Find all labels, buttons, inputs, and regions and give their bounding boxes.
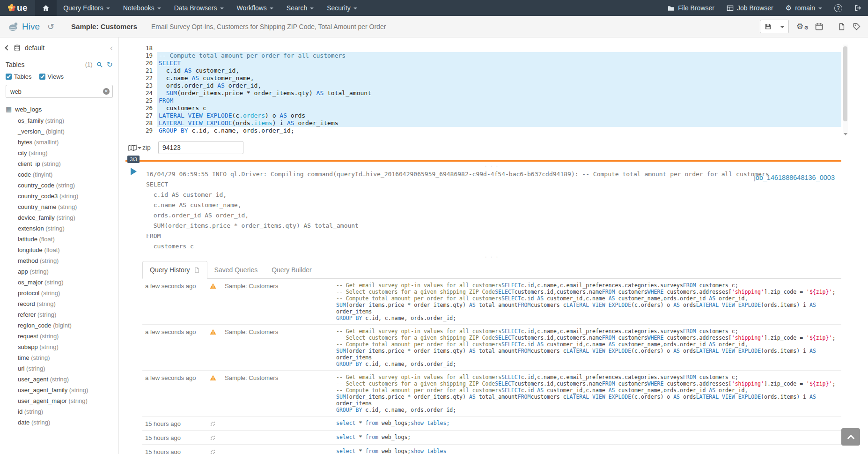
save-button[interactable] xyxy=(760,20,776,33)
column-item-client_ip[interactable]: client_ip (string) xyxy=(6,158,113,169)
log-line: c.id AS customer_id, xyxy=(142,190,841,200)
history-row[interactable]: a few seconds agoSample: Customers-- Get… xyxy=(142,279,841,325)
filter-tables-checkbox[interactable]: Tables xyxy=(6,73,32,80)
job-link[interactable]: job_1461888648136_0003 xyxy=(754,174,835,181)
execute-button[interactable] xyxy=(131,168,137,175)
column-item-user_agent[interactable]: user_agent (string) xyxy=(6,374,113,385)
logout-button[interactable] xyxy=(848,0,868,16)
history-row[interactable]: a few seconds agoSample: Customers-- Get… xyxy=(142,371,841,417)
scroll-to-top-button[interactable] xyxy=(841,428,860,446)
clear-search-icon[interactable]: ✕ xyxy=(103,88,110,95)
editor-line-20[interactable]: 20SELECT xyxy=(142,60,841,67)
home-button[interactable] xyxy=(35,0,57,16)
table-item[interactable]: ▦ web_logs xyxy=(6,105,113,113)
search-toggle-button[interactable] xyxy=(96,61,103,68)
hue-logo[interactable]: ue xyxy=(7,3,28,13)
menu-workflows[interactable]: Workflows xyxy=(230,0,280,16)
history-row[interactable]: 15 hours agoselect * from web_logs;show … xyxy=(142,445,841,454)
tab-query-builder[interactable]: Query Builder xyxy=(265,261,319,278)
column-item-request[interactable]: request (string) xyxy=(6,331,113,342)
job-browser-button[interactable]: Job Browser xyxy=(721,0,780,16)
editor-line-22[interactable]: 22 c.name AS customer_name, xyxy=(142,74,841,82)
topnav-menus: Query EditorsNotebooksData BrowsersWorkf… xyxy=(57,0,364,16)
column-item-bytes[interactable]: bytes (smallint) xyxy=(6,137,113,148)
tags-button[interactable] xyxy=(853,23,861,30)
history-row[interactable]: a few seconds agoSample: Customers-- Get… xyxy=(142,325,841,371)
code-editor[interactable]: 1819-- Compute total amount per order fo… xyxy=(142,45,841,134)
column-item-longitude[interactable]: longitude (float) xyxy=(6,245,113,255)
variable-zip-input[interactable] xyxy=(158,141,243,154)
column-item-code[interactable]: code (tinyint) xyxy=(6,169,113,180)
resize-handle-top[interactable] xyxy=(142,163,841,168)
schedule-button[interactable] xyxy=(815,22,823,30)
column-item-referer[interactable]: referer (string) xyxy=(6,309,113,320)
scroll-down-icon[interactable] xyxy=(844,133,847,135)
column-item-subapp[interactable]: subapp (string) xyxy=(6,342,113,352)
column-name: country_code3 xyxy=(18,193,58,200)
menu-notebooks[interactable]: Notebooks xyxy=(117,0,168,16)
editor-line-23[interactable]: 23 ords.order_id AS order_id, xyxy=(142,82,841,89)
column-item-method[interactable]: method (string) xyxy=(6,255,113,266)
file-browser-button[interactable]: File Browser xyxy=(662,0,721,16)
editor-line-26[interactable]: 26 customers c xyxy=(142,104,841,112)
editor-scrollbar[interactable] xyxy=(843,45,848,134)
tab-query-history[interactable]: Query History xyxy=(142,261,207,279)
tables-checkbox-input[interactable] xyxy=(6,74,12,80)
editor-line-28[interactable]: 28LATERAL VIEW EXPLODE(ords.items) i AS … xyxy=(142,119,841,127)
user-menu[interactable]: ⚙︎ romain xyxy=(780,0,828,16)
column-item-url[interactable]: url (string) xyxy=(6,363,113,374)
editor-line-25[interactable]: 25FROM xyxy=(142,97,841,104)
column-item-time[interactable]: time (string) xyxy=(6,352,113,363)
database-name[interactable]: default xyxy=(25,44,44,52)
column-item-latitude[interactable]: latitude (float) xyxy=(6,234,113,245)
resize-handle-bottom[interactable] xyxy=(142,253,841,259)
new-query-button[interactable] xyxy=(838,23,846,30)
column-item-id[interactable]: id (string) xyxy=(6,406,113,417)
settings-button[interactable]: ⚙︎⚙︎ xyxy=(796,22,808,31)
column-item-date[interactable]: date (string) xyxy=(6,417,113,428)
back-icon[interactable] xyxy=(5,45,10,50)
editor-line-21[interactable]: 21 c.id AS customer_id, xyxy=(142,67,841,74)
table-search-input[interactable] xyxy=(6,85,113,98)
column-item-country_code[interactable]: country_code (string) xyxy=(6,180,113,191)
menu-data-browsers[interactable]: Data Browsers xyxy=(168,0,230,16)
column-item-record[interactable]: record (string) xyxy=(6,298,113,309)
column-item-country_code3[interactable]: country_code3 (string) xyxy=(6,191,113,201)
editor-line-27[interactable]: 27LATERAL VIEW EXPLODE(c.orders) o AS or… xyxy=(142,112,841,119)
views-checkbox-input[interactable] xyxy=(39,74,45,80)
log-line: FROM xyxy=(142,231,841,241)
column-item-os_family[interactable]: os_family (string) xyxy=(6,115,113,126)
editor-line-29[interactable]: 29GROUP BY c.id, c.name, ords.order_id; xyxy=(142,127,841,134)
menu-security[interactable]: Security xyxy=(320,0,364,16)
editor-scrollbar-thumb[interactable] xyxy=(843,46,847,121)
editor-line-19[interactable]: 19-- Compute total amount per order for … xyxy=(142,52,841,60)
variables-toggle[interactable] xyxy=(128,144,141,151)
status-expired-icon xyxy=(210,374,225,413)
column-item-device_family[interactable]: device_family (string) xyxy=(6,212,113,223)
menu-query-editors[interactable]: Query Editors xyxy=(57,0,117,16)
column-item-os_major[interactable]: os_major (string) xyxy=(6,277,113,288)
filter-views-checkbox[interactable]: Views xyxy=(39,73,64,80)
editor-line-24[interactable]: 24 SUM(order_items.price * order_items.q… xyxy=(142,89,841,97)
column-type: (string) xyxy=(56,203,77,210)
column-item-user_agent_family[interactable]: user_agent_family (string) xyxy=(6,385,113,395)
column-item-user_agent_major[interactable]: user_agent_major (string) xyxy=(6,395,113,406)
history-row[interactable]: 15 hours agoselect * from web_logs;show … xyxy=(142,417,841,431)
history-row[interactable]: 15 hours agoselect * from web_logs; xyxy=(142,431,841,445)
menu-search[interactable]: Search xyxy=(280,0,320,16)
column-item-city[interactable]: city (string) xyxy=(6,148,113,158)
column-item-_version_[interactable]: _version_ (bigint) xyxy=(6,126,113,137)
editor-line-18[interactable]: 18 xyxy=(142,45,841,52)
column-item-protocol[interactable]: protocol (string) xyxy=(6,288,113,298)
query-history-icon[interactable]: ↺ xyxy=(47,22,54,32)
column-item-extension[interactable]: extension (string) xyxy=(6,223,113,234)
collapse-sidebar-icon[interactable]: ‹ xyxy=(110,45,113,51)
save-dropdown-button[interactable] xyxy=(776,20,788,33)
refresh-icon[interactable]: ↻ xyxy=(107,60,113,69)
column-item-region_code[interactable]: region_code (bigint) xyxy=(6,320,113,331)
tab-saved-queries[interactable]: Saved Queries xyxy=(207,261,265,278)
column-item-app[interactable]: app (string) xyxy=(6,266,113,277)
hive-app-button[interactable]: Hive xyxy=(7,21,40,32)
column-item-country_name[interactable]: country_name (string) xyxy=(6,201,113,212)
help-button[interactable]: ? xyxy=(828,0,848,16)
